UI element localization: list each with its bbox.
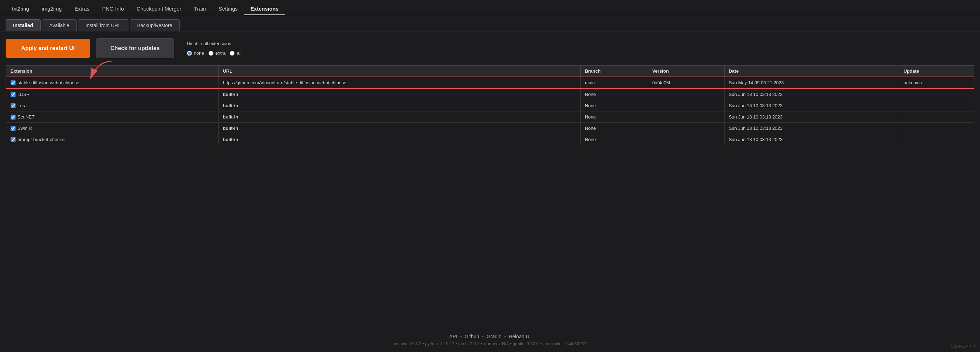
- sub-tab-installed[interactable]: Installed: [6, 19, 41, 31]
- cell-date: Sun May 14 09:03:21 2023: [724, 77, 899, 89]
- col-header-extension: Extension: [6, 65, 218, 77]
- cell-date: Sun Jun 18 10:03:13 2023: [724, 111, 899, 123]
- extension-checkbox[interactable]: [11, 115, 16, 119]
- cell-version: [648, 111, 724, 123]
- cell-version: [648, 123, 724, 134]
- cell-branch: None: [580, 100, 648, 111]
- table-row: stable-diffusion-webui-chinesehttps://gi…: [6, 77, 974, 89]
- table-body: stable-diffusion-webui-chinesehttps://gi…: [6, 77, 974, 145]
- extension-name: stable-diffusion-webui-chinese: [18, 80, 80, 85]
- cell-update: [899, 123, 974, 134]
- sub-tab-backup/restore[interactable]: Backup/Restore: [130, 19, 180, 31]
- extensions-table: Extension URL Branch Version Date Update…: [6, 65, 974, 145]
- disable-all-label: Disable all extensions: [187, 41, 242, 46]
- extension-name: Lora: [18, 103, 27, 108]
- disable-all-group: Disable all extensions none extra all: [187, 41, 242, 56]
- cell-date: Sun Jun 18 10:03:13 2023: [724, 123, 899, 134]
- cell-date: Sun Jun 18 10:03:13 2023: [724, 89, 899, 100]
- extension-checkbox[interactable]: [11, 126, 16, 131]
- action-row: Apply and restart UI Check for updates D…: [6, 38, 974, 58]
- radio-all-input[interactable]: [230, 51, 235, 56]
- radio-none[interactable]: none: [187, 51, 204, 56]
- cell-url: built-in: [218, 111, 580, 123]
- cell-update: [899, 111, 974, 123]
- apply-restart-button[interactable]: Apply and restart UI: [6, 39, 90, 58]
- top-nav-tab-extensions[interactable]: Extensions: [244, 3, 285, 15]
- footer-reload-link[interactable]: Reload UI: [509, 334, 531, 339]
- cell-branch: None: [580, 123, 648, 134]
- table-header: Extension URL Branch Version Date Update: [6, 65, 974, 77]
- top-nav-tab-txt2img[interactable]: txt2img: [6, 3, 35, 15]
- cell-extension: ScuNET: [6, 111, 218, 123]
- col-header-date: Date: [724, 65, 899, 77]
- radio-extra-input[interactable]: [208, 51, 213, 56]
- footer-links: API • Github • Gradio • Reload UI: [6, 334, 974, 339]
- col-header-url: URL: [218, 65, 580, 77]
- extension-name: prompt-bracket-checker: [18, 137, 66, 142]
- table-row: Lorabuilt-inNoneSun Jun 18 10:03:13 2023: [6, 100, 974, 111]
- cell-branch: None: [580, 89, 648, 100]
- radio-all[interactable]: all: [230, 51, 241, 56]
- cell-update: [899, 89, 974, 100]
- extension-checkbox[interactable]: [11, 137, 16, 142]
- sub-tabs: InstalledAvailableInstall from URLBackup…: [0, 15, 980, 31]
- cell-extension: prompt-bracket-checker: [6, 134, 218, 145]
- table-row: SwinIRbuilt-inNoneSun Jun 18 10:03:13 20…: [6, 123, 974, 134]
- top-nav: txt2imgimg2imgExtrasPNG InfoCheckpoint M…: [0, 0, 980, 15]
- main-content: InstalledAvailableInstall from URLBackup…: [0, 15, 980, 328]
- radio-none-label: none: [194, 51, 204, 56]
- cell-branch: None: [580, 134, 648, 145]
- cell-branch: main: [580, 77, 648, 89]
- extension-name: LDSR: [18, 92, 30, 97]
- footer-version: version: v1.3.2 • python: 3.10.12 • torc…: [6, 341, 974, 346]
- table-row: ScuNETbuilt-inNoneSun Jun 18 10:03:13 20…: [6, 111, 974, 123]
- extensions-panel: Apply and restart UI Check for updates D…: [0, 31, 980, 152]
- cell-url: built-in: [218, 89, 580, 100]
- footer: API • Github • Gradio • Reload UI versio…: [0, 328, 980, 352]
- radio-group: none extra all: [187, 51, 242, 56]
- table-row: prompt-bracket-checkerbuilt-inNoneSun Ju…: [6, 134, 974, 145]
- radio-extra-label: extra: [216, 51, 226, 56]
- extension-checkbox[interactable]: [11, 80, 16, 85]
- cell-update: unknown: [899, 77, 974, 89]
- cell-version: 0af4e05b: [648, 77, 724, 89]
- top-nav-tab-png-info[interactable]: PNG Info: [96, 3, 130, 15]
- cell-version: [648, 89, 724, 100]
- radio-extra[interactable]: extra: [208, 51, 226, 56]
- top-nav-tab-extras[interactable]: Extras: [68, 3, 96, 15]
- cell-update: [899, 100, 974, 111]
- top-nav-tab-settings[interactable]: Settings: [212, 3, 244, 15]
- cell-branch: None: [580, 111, 648, 123]
- cell-url: built-in: [218, 134, 580, 145]
- footer-gradio-link[interactable]: Gradio: [487, 334, 501, 339]
- footer-github-link[interactable]: Github: [465, 334, 479, 339]
- extension-name: SwinIR: [18, 126, 32, 131]
- top-nav-tab-img2img[interactable]: img2img: [35, 3, 68, 15]
- top-nav-tab-train[interactable]: Train: [188, 3, 212, 15]
- footer-api-link[interactable]: API: [449, 334, 458, 339]
- extension-checkbox[interactable]: [11, 104, 16, 108]
- cell-update: [899, 134, 974, 145]
- check-updates-button[interactable]: Check for updates: [96, 38, 174, 58]
- table-row: LDSRbuilt-inNoneSun Jun 18 10:03:13 2023: [6, 89, 974, 100]
- col-header-version: Version: [648, 65, 724, 77]
- cell-version: [648, 100, 724, 111]
- cell-extension: SwinIR: [6, 123, 218, 134]
- sub-tab-install-from-url[interactable]: Install from URL: [78, 19, 128, 31]
- extension-name: ScuNET: [18, 114, 35, 119]
- cell-version: [648, 134, 724, 145]
- cell-url: built-in: [218, 100, 580, 111]
- col-header-branch: Branch: [580, 65, 648, 77]
- cell-url: built-in: [218, 123, 580, 134]
- cell-url: https://github.com/VinsonLaro/stable-dif…: [218, 77, 580, 89]
- extension-checkbox[interactable]: [11, 92, 16, 97]
- radio-all-label: all: [237, 51, 241, 56]
- cell-date: Sun Jun 18 10:03:13 2023: [724, 100, 899, 111]
- cell-extension: Lora: [6, 100, 218, 111]
- top-nav-tab-checkpoint-merger[interactable]: Checkpoint Merger: [130, 3, 188, 15]
- cell-extension: LDSR: [6, 89, 218, 100]
- sub-tab-available[interactable]: Available: [42, 19, 77, 31]
- radio-none-input[interactable]: [187, 51, 192, 56]
- cell-date: Sun Jun 18 10:03:13 2023: [724, 134, 899, 145]
- cell-extension: stable-diffusion-webui-chinese: [6, 77, 218, 89]
